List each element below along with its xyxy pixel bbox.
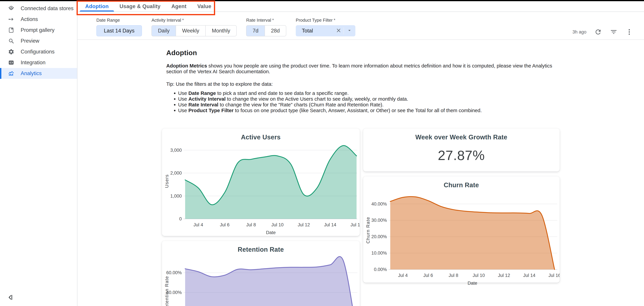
- product-type-filter-select[interactable]: Total: [296, 25, 355, 36]
- window-top-edge: [0, 0, 644, 1]
- activity-interval-weekly[interactable]: Weekly: [176, 25, 206, 36]
- sidebar-item-connected-data-stores[interactable]: Connected data stores: [0, 3, 77, 14]
- svg-text:20.00%: 20.00%: [371, 234, 387, 239]
- list-item: Use Product Type Filter to focus on one …: [178, 108, 560, 113]
- activity-interval-toggle: Daily Weekly Monthly: [152, 25, 237, 36]
- svg-text:Users: Users: [164, 174, 170, 188]
- sidebar-item-label: Integration: [21, 60, 46, 66]
- svg-text:Retention Rate: Retention Rate: [164, 276, 170, 306]
- tab-agent[interactable]: Agent: [166, 1, 192, 11]
- tab-bar: Adoption Usage & Quality Agent Value: [78, 1, 644, 12]
- svg-text:Jul 12: Jul 12: [498, 273, 510, 278]
- sidebar-item-actions[interactable]: Actions: [0, 14, 77, 25]
- chart-title: Retention Rate: [162, 241, 360, 253]
- retention-rate-chart-card: Retention Rate 0.00%20.00%40.00%60.00%Ju…: [162, 241, 360, 306]
- svg-text:40.00%: 40.00%: [371, 201, 387, 206]
- svg-text:Churn Rate: Churn Rate: [366, 217, 370, 243]
- filter-bar-actions: 3h ago: [572, 28, 633, 36]
- svg-text:0.00%: 0.00%: [374, 267, 387, 272]
- activity-interval-daily[interactable]: Daily: [152, 25, 176, 36]
- collapse-sidebar-button[interactable]: [6, 294, 14, 302]
- product-type-filter-value: Total: [302, 28, 336, 34]
- sidebar-item-label: Configurations: [21, 49, 54, 55]
- clear-filter-icon[interactable]: [336, 27, 342, 34]
- tab-adoption[interactable]: Adoption: [80, 1, 114, 11]
- svg-text:Jul 12: Jul 12: [298, 222, 310, 227]
- rate-interval-7d[interactable]: 7d: [246, 25, 265, 36]
- analytics-icon: [8, 70, 14, 77]
- active-users-chart-card: Active Users 01,0002,0003,000Jul 4Jul 6J…: [162, 129, 360, 236]
- page-title: Adoption: [166, 49, 560, 57]
- integration-icon: [8, 59, 14, 66]
- rate-interval-28d[interactable]: 28d: [264, 25, 286, 36]
- sidebar-item-integration[interactable]: Integration: [0, 57, 77, 68]
- svg-text:Jul 16: Jul 16: [548, 273, 560, 278]
- rate-interval-label: Rate Interval*: [246, 17, 286, 23]
- sidebar-item-label: Connected data stores: [21, 5, 74, 11]
- page-content[interactable]: Adoption Adoption Metrics shows you how …: [78, 40, 644, 306]
- date-range-button[interactable]: Last 14 Days: [96, 25, 142, 36]
- svg-text:Jul 16: Jul 16: [350, 222, 360, 227]
- sidebar-item-configurations[interactable]: Configurations: [0, 46, 77, 57]
- data-stores-icon: [8, 5, 14, 12]
- list-item: Use Activity Interval to change the view…: [178, 96, 560, 102]
- main-area: Adoption Usage & Quality Agent Value Dat…: [78, 0, 644, 306]
- svg-text:Jul 6: Jul 6: [423, 273, 433, 278]
- svg-text:3,000: 3,000: [170, 148, 182, 153]
- svg-text:Jul 14: Jul 14: [324, 222, 336, 227]
- product-type-filter-group: Product Type Filter* Total: [296, 17, 355, 36]
- date-range-group: Date Range Last 14 Days: [96, 17, 142, 36]
- tips-list: Use Date Range to pick a start and end d…: [178, 90, 560, 113]
- refresh-icon[interactable]: [594, 28, 602, 36]
- intro-paragraph: Adoption Metrics shows you how people ar…: [166, 63, 555, 74]
- dropdown-divider: [344, 27, 344, 34]
- sidebar: Connected data stores Actions Prompt gal…: [0, 0, 78, 306]
- actions-icon: [8, 16, 14, 23]
- svg-text:Jul 10: Jul 10: [271, 222, 284, 227]
- sidebar-item-label: Prompt gallery: [21, 27, 54, 33]
- sidebar-item-preview[interactable]: Preview: [0, 35, 77, 46]
- retention-rate-chart: 0.00%20.00%40.00%60.00%Jul 4Jul 6Jul 8Ju…: [162, 255, 360, 306]
- svg-text:10.00%: 10.00%: [371, 251, 387, 256]
- sidebar-item-prompt-gallery[interactable]: Prompt gallery: [0, 25, 77, 35]
- last-refresh-time: 3h ago: [572, 29, 586, 35]
- wow-growth-card: Week over Week Growth Rate 27.87%: [363, 129, 560, 171]
- filter-bar: Date Range Last 14 Days Activity Interva…: [78, 12, 644, 40]
- svg-text:Jul 8: Jul 8: [448, 273, 458, 278]
- product-type-filter-label: Product Type Filter*: [296, 17, 355, 23]
- list-item: Use Rate Interval to change the view for…: [178, 102, 560, 108]
- configurations-icon: [8, 48, 14, 55]
- tab-usage-quality[interactable]: Usage & Quality: [114, 1, 166, 11]
- chart-title: Churn Rate: [363, 176, 560, 189]
- svg-text:0: 0: [179, 216, 182, 221]
- activity-interval-group: Activity Interval* Daily Weekly Monthly: [152, 17, 237, 36]
- svg-text:Date: Date: [468, 281, 477, 286]
- activity-interval-label: Activity Interval*: [152, 17, 237, 23]
- tab-value[interactable]: Value: [192, 1, 217, 11]
- svg-text:30.00%: 30.00%: [371, 218, 387, 223]
- sidebar-item-label: Actions: [21, 16, 38, 22]
- svg-text:2,000: 2,000: [170, 170, 182, 175]
- charts-grid: Active Users 01,0002,0003,000Jul 4Jul 6J…: [162, 129, 560, 306]
- svg-text:Jul 10: Jul 10: [472, 273, 485, 278]
- filter-icon[interactable]: [610, 28, 618, 36]
- sidebar-item-label: Analytics: [21, 70, 42, 76]
- svg-text:Jul 4: Jul 4: [194, 222, 203, 227]
- activity-interval-monthly[interactable]: Monthly: [205, 25, 237, 36]
- sidebar-item-label: Preview: [21, 38, 39, 44]
- date-range-label: Date Range: [96, 17, 142, 23]
- svg-text:Date: Date: [266, 230, 276, 235]
- preview-icon: [8, 37, 14, 44]
- svg-text:Jul 4: Jul 4: [398, 273, 408, 278]
- tip-paragraph: Tip: Use the filters at the top to explo…: [166, 81, 555, 87]
- more-options-icon[interactable]: [625, 28, 633, 36]
- svg-text:Jul 6: Jul 6: [220, 222, 230, 227]
- svg-text:1,000: 1,000: [170, 193, 182, 199]
- chart-title: Week over Week Growth Rate: [363, 129, 560, 141]
- sidebar-item-analytics[interactable]: Analytics: [0, 68, 77, 79]
- chevron-down-icon[interactable]: [346, 27, 352, 34]
- list-item: Use Date Range to pick a start and end d…: [178, 90, 560, 96]
- svg-text:60.00%: 60.00%: [166, 270, 182, 275]
- svg-text:Jul 14: Jul 14: [523, 273, 535, 278]
- churn-rate-chart-card: Churn Rate 0.00%10.00%20.00%30.00%40.00%…: [363, 176, 560, 283]
